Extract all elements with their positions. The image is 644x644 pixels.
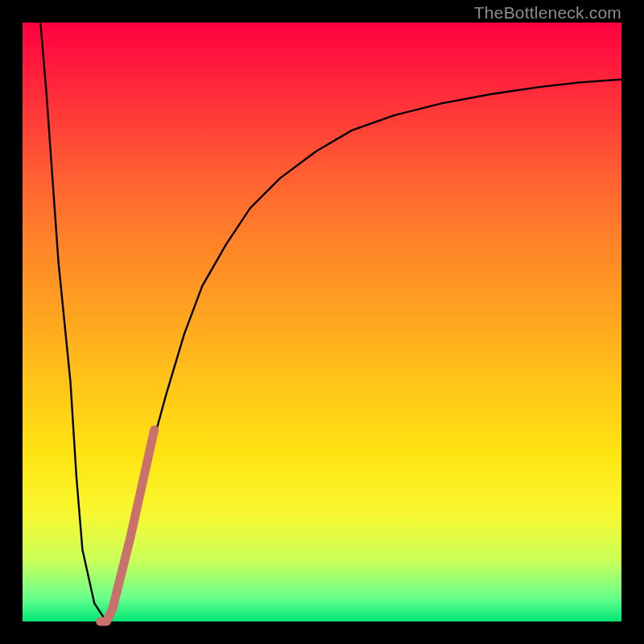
highlight-segment-path <box>101 430 155 621</box>
outer-frame: TheBottleneck.com <box>0 0 644 644</box>
chart-overlay <box>0 0 644 644</box>
